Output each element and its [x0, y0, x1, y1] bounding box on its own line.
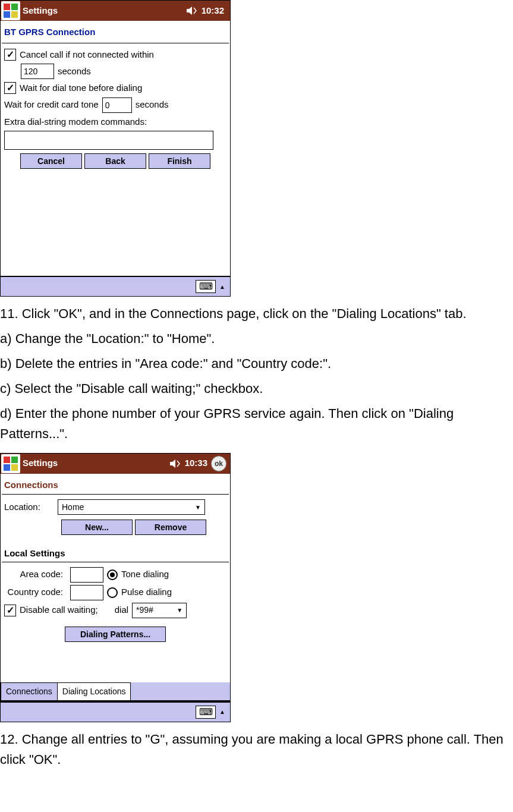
credit-tone-input[interactable] — [102, 97, 132, 113]
step-11d-text: d) Enter the phone number of your GPRS s… — [0, 404, 513, 444]
timeout-input[interactable] — [21, 64, 54, 79]
status-bar: Settings 10:33 ok — [1, 454, 230, 474]
area-code-label: Area code: — [4, 568, 67, 581]
instructions-step-12: 12. Change all entries to "G", assuming … — [0, 729, 513, 770]
extra-dial-label: Extra dial-string modem commands: — [4, 115, 147, 129]
keyboard-icon[interactable] — [196, 706, 216, 719]
finish-button[interactable]: Finish — [149, 153, 210, 169]
disable-call-waiting-label: Disable call waiting; — [20, 603, 98, 617]
pulse-dialing-radio[interactable] — [107, 587, 118, 598]
ok-button[interactable]: ok — [211, 456, 226, 471]
remove-button[interactable]: Remove — [135, 520, 206, 535]
sip-bar — [1, 701, 230, 722]
status-time: 10:32 — [202, 4, 224, 18]
speaker-icon[interactable] — [169, 459, 181, 468]
location-label: Location: — [4, 501, 54, 514]
status-bar: Settings 10:32 — [1, 1, 230, 21]
wait-dial-tone-label: Wait for dial tone before dialing — [20, 81, 142, 95]
tone-dialing-radio[interactable] — [107, 569, 118, 580]
tab-dialing-locations[interactable]: Dialing Locations — [58, 682, 131, 700]
status-title: Settings — [23, 457, 167, 470]
local-settings-title: Local Settings — [1, 542, 230, 562]
extra-dial-input[interactable] — [4, 131, 213, 150]
dial-label: dial — [115, 603, 128, 617]
start-logo-icon[interactable] — [1, 1, 20, 20]
sip-bar — [1, 276, 230, 296]
start-logo-icon[interactable] — [1, 454, 20, 473]
country-code-input[interactable] — [70, 585, 103, 600]
screenshot-2: Settings 10:33 ok Connections Location: … — [0, 453, 231, 722]
dialing-patterns-button[interactable]: Dialing Patterns... — [65, 627, 166, 642]
wait-dial-tone-checkbox[interactable] — [4, 82, 16, 94]
speaker-icon[interactable] — [186, 6, 198, 15]
tab-connections[interactable]: Connections — [1, 682, 58, 700]
country-code-label: Country code: — [4, 586, 67, 599]
tab-bar: Connections Dialing Locations — [1, 682, 230, 701]
new-button[interactable]: New... — [61, 520, 133, 535]
chevron-down-icon: ▼ — [177, 606, 182, 615]
area-code-input[interactable] — [70, 567, 103, 583]
location-value: Home — [62, 501, 84, 514]
step-11c-text: c) Select the "Disable call waiting;" ch… — [0, 379, 513, 399]
cancel-button[interactable]: Cancel — [20, 153, 82, 169]
pulse-dialing-label: Pulse dialing — [121, 586, 172, 599]
status-time: 10:33 — [185, 457, 207, 470]
page-title: BT GPRS Connection — [1, 21, 230, 43]
wait-credit-label-a: Wait for credit card tone — [4, 98, 99, 112]
status-title: Settings — [23, 4, 184, 18]
seconds-label: seconds — [58, 65, 91, 78]
cancel-call-checkbox[interactable] — [4, 49, 16, 61]
cancel-call-label: Cancel call if not connected within — [20, 48, 154, 62]
wait-credit-label-b: seconds — [136, 98, 169, 112]
step-12-text: 12. Change all entries to "G", assuming … — [0, 729, 513, 770]
disable-call-waiting-checkbox[interactable] — [4, 605, 16, 616]
dial-dropdown[interactable]: *99# ▼ — [132, 603, 187, 618]
step-11b-text: b) Delete the entries in "Area code:" an… — [0, 354, 513, 374]
step-11a-text: a) Change the "Location:" to "Home". — [0, 329, 513, 349]
page-title: Connections — [1, 474, 230, 495]
step-11-text: 11. Click "OK", and in the Connections p… — [0, 304, 513, 324]
keyboard-icon[interactable] — [196, 280, 216, 293]
screenshot-1: Settings 10:32 BT GPRS Connection Cancel… — [0, 0, 231, 297]
sip-up-arrow-icon[interactable] — [218, 280, 226, 293]
tone-dialing-label: Tone dialing — [121, 568, 169, 581]
location-dropdown[interactable]: Home ▼ — [58, 499, 205, 515]
chevron-down-icon: ▼ — [195, 503, 201, 512]
back-button[interactable]: Back — [84, 153, 146, 169]
sip-up-arrow-icon[interactable] — [218, 706, 226, 719]
instructions-step-11: 11. Click "OK", and in the Connections p… — [0, 304, 513, 445]
dial-value: *99# — [136, 604, 153, 616]
